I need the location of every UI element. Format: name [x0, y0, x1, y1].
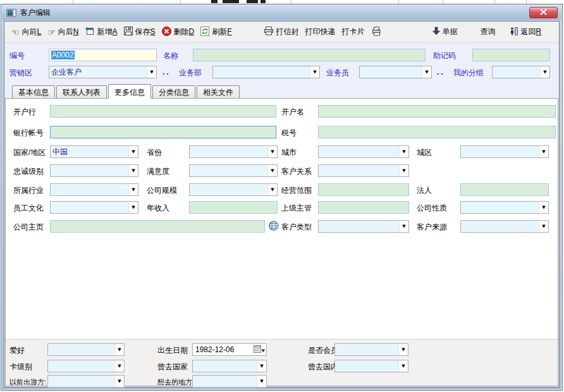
industry-select[interactable]	[50, 183, 138, 196]
chevron-down-icon	[399, 221, 408, 232]
loyalty-level-select[interactable]	[50, 164, 138, 177]
chevron-down-icon	[114, 344, 124, 355]
tab-contact-list[interactable]: 联系人列表	[56, 85, 107, 98]
chevron-down-icon	[128, 165, 138, 176]
chevron-down-icon	[422, 66, 431, 78]
city-label: 城市	[281, 147, 297, 158]
card-printer-button[interactable]	[368, 25, 385, 39]
documents-button[interactable]: 单据	[429, 25, 461, 39]
mnemonic-input[interactable]	[472, 49, 550, 61]
bank-account-input[interactable]	[50, 126, 276, 138]
title-bar[interactable]: 客户编辑	[2, 5, 561, 20]
business-scope-input[interactable]	[318, 183, 409, 196]
loyalty-level-label: 忠诚级别	[13, 166, 44, 177]
code-input[interactable]: A0002	[49, 49, 157, 61]
add-button[interactable]: 新增A	[82, 25, 120, 39]
bank-account-label: 银行帐号	[13, 128, 44, 138]
supervisor-input[interactable]	[318, 201, 409, 214]
more-info-tab-page: 开户行 开户名 银行帐号 税号 国家/地区 中国 省份 城市 城区 忠诚级别 满…	[5, 98, 558, 386]
window-content-frame: ☜ 向前L ☞ 向后N 新增A 保存S	[4, 21, 560, 388]
card-level-label: 卡级别	[9, 362, 32, 372]
app-form-icon	[6, 9, 16, 17]
company-size-select[interactable]	[189, 183, 278, 196]
account-name-label: 开户名	[281, 107, 304, 118]
salesman-select[interactable]	[359, 66, 432, 78]
chevron-down-icon	[267, 184, 277, 195]
previous-travel-select[interactable]	[47, 375, 125, 388]
hobby-label: 爱好	[9, 345, 25, 356]
hobby-select[interactable]	[47, 343, 125, 356]
customer-type-select[interactable]	[318, 220, 409, 233]
chevron-down-icon	[539, 202, 548, 213]
visited-countries-label: 曾去国家	[157, 362, 188, 372]
salesman-browse-button[interactable]: ..	[437, 68, 445, 77]
save-icon	[124, 27, 133, 37]
visited-domestic-select[interactable]	[334, 360, 408, 372]
province-label: 省份	[147, 147, 162, 158]
delete-button[interactable]: 删除D	[159, 25, 198, 39]
satisfaction-select[interactable]	[189, 164, 278, 177]
chevron-down-icon	[114, 360, 124, 372]
province-select[interactable]	[189, 145, 278, 158]
print-card-button[interactable]: 打卡片	[339, 25, 368, 39]
chevron-down-icon	[147, 66, 156, 78]
annual-income-input[interactable]	[189, 201, 278, 214]
bank-branch-input[interactable]	[50, 105, 276, 118]
marketing-area-browse-button[interactable]: ..	[162, 68, 171, 77]
homepage-input[interactable]	[50, 220, 265, 233]
card-level-select[interactable]	[47, 360, 125, 372]
calendar-icon	[254, 345, 261, 355]
customer-header-panel: 编号 A0002 名称 助记码 营销区 企业客户 .. 业务部	[4, 44, 559, 83]
tab-basic-info[interactable]: 基本信息	[12, 85, 55, 98]
staff-culture-select[interactable]	[50, 201, 138, 214]
tab-category-info[interactable]: 分类信息	[152, 85, 195, 98]
selected-text: A0002	[51, 51, 75, 59]
legal-person-label: 法人	[417, 185, 432, 196]
globe-icon[interactable]	[269, 221, 279, 231]
city-select[interactable]	[318, 145, 409, 158]
name-input[interactable]	[193, 49, 426, 61]
print-envelope-button[interactable]: 打信封	[261, 25, 302, 39]
visited-countries-select[interactable]	[192, 360, 267, 372]
tab-more-info[interactable]: 更多信息	[108, 84, 151, 99]
chevron-down-icon	[128, 184, 138, 195]
legal-person-input[interactable]	[460, 183, 549, 196]
company-nature-select[interactable]	[460, 201, 549, 214]
tab-related-files[interactable]: 相关文件	[197, 85, 240, 98]
account-name-input[interactable]	[318, 105, 556, 118]
annual-income-label: 年收入	[147, 203, 169, 214]
desired-places-select[interactable]	[192, 375, 267, 388]
marketing-area-select[interactable]: 企业客户	[49, 66, 157, 78]
return-button[interactable]: 返回R	[506, 25, 545, 39]
chevron-down-icon	[398, 344, 408, 355]
code-label: 编号	[9, 51, 25, 61]
chevron-down-icon	[257, 376, 266, 387]
is-member-label: 是否会员	[308, 345, 338, 356]
department-label: 业务部	[179, 68, 202, 78]
refresh-button[interactable]: 刷新F	[197, 25, 235, 39]
tab-strip: 基本信息 联系人列表 更多信息 分类信息 相关文件	[4, 83, 559, 98]
satisfaction-label: 满意度	[147, 166, 169, 177]
query-button[interactable]: 查询	[477, 25, 499, 39]
customer-relation-select[interactable]	[318, 164, 409, 177]
save-button[interactable]: 保存S	[121, 25, 159, 39]
next-button[interactable]: ☞ 向后N	[44, 25, 82, 39]
close-button[interactable]	[529, 7, 558, 18]
tax-number-input[interactable]	[318, 126, 556, 138]
birth-date-picker[interactable]: 1982-12-06	[192, 343, 267, 356]
district-select[interactable]	[460, 145, 549, 158]
my-group-select[interactable]	[492, 66, 550, 78]
staff-culture-label: 员工文化	[13, 203, 44, 214]
printer-icon	[264, 27, 274, 37]
department-select[interactable]	[212, 66, 320, 78]
desired-places-label: 想去的地方	[157, 377, 192, 387]
tax-number-label: 税号	[281, 128, 297, 138]
country-select[interactable]: 中国	[50, 145, 138, 158]
birth-date-label: 出生日期	[157, 345, 188, 356]
chevron-down-icon	[128, 202, 138, 213]
print-express-button[interactable]: 打印快递	[302, 25, 339, 39]
customer-source-select[interactable]	[460, 220, 549, 233]
mnemonic-label: 助记码	[433, 51, 456, 61]
previous-button[interactable]: ☜ 向前L	[8, 25, 44, 39]
is-member-select[interactable]	[334, 343, 408, 356]
